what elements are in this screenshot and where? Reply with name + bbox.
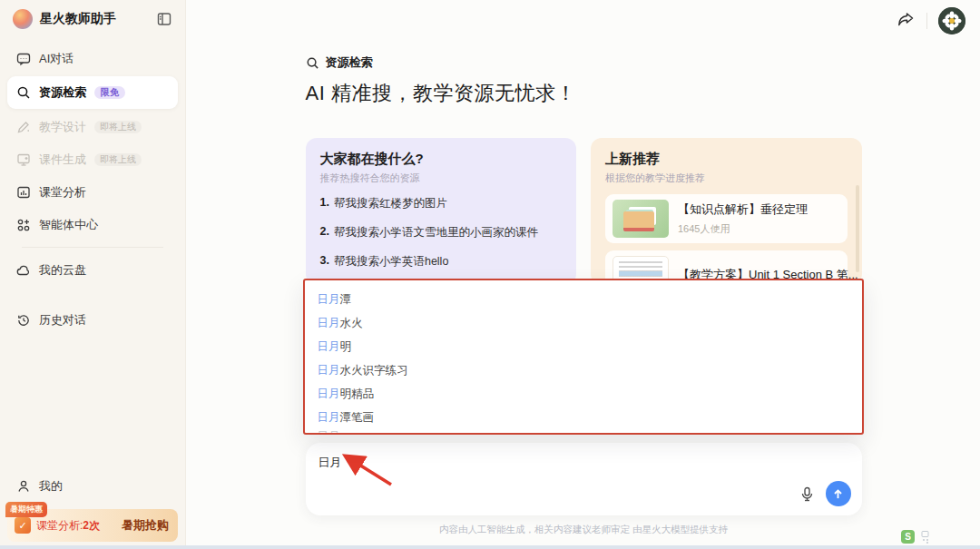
rec-card-subtitle: 根据您的教学进度推荐	[605, 172, 848, 185]
cloud-icon	[16, 263, 31, 278]
top-actions	[896, 7, 965, 34]
hot-card-title: 大家都在搜什么?	[320, 151, 563, 168]
wps-icon[interactable]: S	[901, 530, 915, 544]
top-separator	[926, 13, 927, 29]
suggestion-item-partial[interactable]: 日月	[305, 429, 862, 435]
sidebar-item-label: 历史对话	[39, 312, 86, 328]
rec-item-meta: 1645人使用	[678, 222, 808, 236]
suggestion-item[interactable]: 日月明	[305, 335, 862, 358]
promo-label: 课堂分析:	[36, 519, 83, 532]
grip-dots-icon[interactable]	[920, 531, 931, 544]
chat-input[interactable]: 日月	[306, 443, 862, 515]
sidebar-item-class-analysis[interactable]: 课堂分析	[7, 177, 178, 207]
input-actions	[799, 481, 851, 506]
search-icon	[16, 85, 31, 100]
free-badge: 限免	[94, 86, 125, 99]
summer-promo-banner[interactable]: 暑期特惠 ✓ 课堂分析:2次 暑期抢购	[7, 509, 178, 542]
info-cards: 大家都在搜什么? 推荐热搜符合您的资源 1. 帮我搜索红楼梦的图片 2. 帮我搜…	[306, 138, 862, 285]
sidebar-divider	[22, 247, 163, 248]
card-scrollbar[interactable]	[856, 185, 859, 272]
sidebar-item-resource-search[interactable]: 资源检索 限免	[7, 76, 178, 109]
chat-input-value: 日月	[318, 456, 342, 469]
suggestion-item[interactable]: 日月潭笔画	[305, 406, 862, 429]
slides-thumbnail	[612, 200, 669, 238]
hot-item[interactable]: 1. 帮我搜索红楼梦的图片	[320, 196, 563, 211]
hot-item-text: 帮我搜索小学英语hello	[334, 254, 448, 270]
suggestion-item[interactable]: 日月潭	[305, 288, 862, 311]
hot-list: 1. 帮我搜索红楼梦的图片 2. 帮我搜索小学语文雪地里的小画家的课件 3. 帮…	[320, 196, 563, 270]
promo-tag: 暑期特惠	[5, 502, 47, 517]
sidebar-item-cloud-drive[interactable]: 我的云盘	[7, 255, 178, 285]
hot-card-subtitle: 推荐热搜符合您的资源	[320, 172, 563, 185]
breadcrumb-label: 资源检索	[326, 54, 373, 71]
ai-disclaimer: 内容由人工智能生成，相关内容建议老师审定 由星火大模型提供支持	[306, 524, 862, 536]
suggestion-item[interactable]: 日月水火	[305, 311, 862, 335]
app-title: 星火教师助手	[40, 11, 149, 27]
promo-count: 2次	[83, 519, 100, 532]
sidebar-item-agent-center[interactable]: 智能体中心	[7, 210, 178, 240]
suggestion-dropdown: 日月潭 日月水火 日月明 日月水火识字练习 日月明精品 日月潭笔画 日月	[303, 279, 864, 435]
sidebar-item-history[interactable]: 历史对话	[7, 305, 178, 335]
bottom-edge-strip	[0, 545, 980, 549]
promo-check-icon: ✓	[15, 517, 31, 534]
hot-item[interactable]: 3. 帮我搜索小学英语hello	[320, 254, 563, 270]
send-button[interactable]	[826, 481, 851, 506]
app-logo	[13, 9, 33, 29]
main-area: 资源检索 AI 精准搜，教学资源无忧求！ 大家都在搜什么? 推荐热搜符合您的资源…	[187, 0, 980, 549]
my-label: 我的	[39, 478, 63, 495]
search-icon	[306, 56, 319, 70]
annotation-arrow	[335, 450, 398, 490]
hot-search-card: 大家都在搜什么? 推荐热搜符合您的资源 1. 帮我搜索红楼梦的图片 2. 帮我搜…	[306, 138, 577, 285]
share-icon[interactable]	[896, 11, 916, 31]
suggestion-item[interactable]: 日月水火识字练习	[305, 358, 862, 382]
rec-card-title: 上新推荐	[605, 151, 848, 168]
rec-item[interactable]: 【知识点解析】垂径定理 1645人使用	[605, 194, 848, 243]
sidebar-item-label: 资源检索	[39, 84, 86, 101]
chat-icon	[16, 52, 31, 66]
page-title: AI 精准搜，教学资源无忧求！	[306, 80, 862, 107]
sidebar-item-ai-chat[interactable]: AI对话	[7, 44, 178, 74]
sidebar-item-label: AI对话	[39, 51, 74, 67]
sidebar-item-label: 教学设计	[39, 119, 86, 135]
sidebar-item-label: 课件生成	[39, 152, 86, 168]
sidebar-footer: 我的 暑期特惠 ✓ 课堂分析:2次 暑期抢购	[0, 473, 185, 542]
sidebar-collapse-icon[interactable]	[156, 11, 172, 27]
rec-list: 【知识点解析】垂径定理 1645人使用 【教学方案】Unit 1 Section…	[605, 194, 848, 285]
sidebar-header: 星火教师助手	[0, 0, 185, 36]
rec-item-title: 【知识点解析】垂径定理	[678, 201, 808, 218]
history-clock-icon	[16, 313, 31, 328]
sidebar: 星火教师助手 AI对话 资源检索 限免	[0, 0, 186, 549]
app-window: 星火教师助手 AI对话 资源检索 限免	[0, 0, 980, 549]
hot-item-text: 帮我搜索红楼梦的图片	[334, 196, 447, 211]
sidebar-item-label: 我的云盘	[39, 262, 86, 279]
coming-soon-badge: 即将上线	[94, 153, 142, 166]
person-icon	[16, 479, 31, 494]
promo-buy-button[interactable]: 暑期抢购	[122, 517, 169, 534]
sidebar-item-teaching-design[interactable]: 教学设计 即将上线	[7, 112, 178, 142]
sidebar-menu: AI对话 资源检索 限免 教学设计 即将上线 课件生成	[0, 36, 185, 335]
content-column: 资源检索 AI 精准搜，教学资源无忧求！ 大家都在搜什么? 推荐热搜符合您的资源…	[306, 0, 862, 549]
breadcrumb: 资源检索	[306, 0, 862, 71]
suggestion-item[interactable]: 日月明精品	[305, 382, 862, 406]
sidebar-item-label: 智能体中心	[39, 217, 98, 233]
user-avatar[interactable]	[938, 7, 965, 34]
new-recommend-card: 上新推荐 根据您的教学进度推荐 【知识点解析】垂径定理 1645人使用	[591, 138, 862, 285]
pencil-icon	[16, 120, 31, 134]
hot-item-text: 帮我搜索小学语文雪地里的小画家的课件	[334, 225, 538, 240]
sidebar-item-courseware-gen[interactable]: 课件生成 即将上线	[7, 144, 178, 174]
bar-chart-icon	[16, 185, 31, 200]
slide-file-icon	[16, 152, 31, 167]
hot-item[interactable]: 2. 帮我搜索小学语文雪地里的小画家的课件	[320, 225, 563, 240]
agents-grid-icon	[16, 218, 31, 232]
floating-tools: S	[901, 530, 931, 544]
sidebar-item-label: 课堂分析	[39, 184, 86, 201]
microphone-icon[interactable]	[799, 486, 815, 502]
sidebar-item-my[interactable]: 我的	[7, 473, 178, 500]
coming-soon-badge: 即将上线	[94, 121, 142, 133]
